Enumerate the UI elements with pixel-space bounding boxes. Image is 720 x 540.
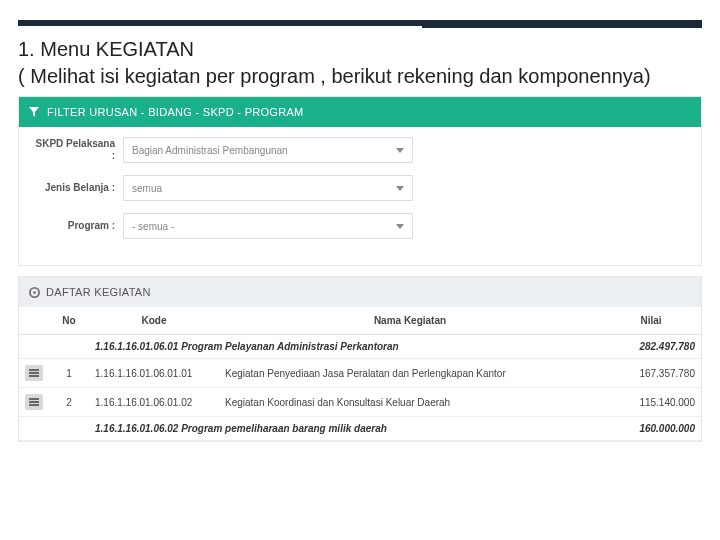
group-title: 1.16.1.16.01.06.01 Program Pelayanan Adm…	[89, 335, 601, 359]
list-bar-title: DAFTAR KEGIATAN	[46, 286, 151, 298]
cell-nilai: 167.357.780	[601, 359, 701, 388]
program-select[interactable]: - semua -	[123, 213, 413, 239]
skpd-value: Bagian Administrasi Pembangunan	[132, 145, 288, 156]
kegiatan-table: No Kode Nama Kegiatan Nilai 1.16.1.16.01…	[19, 307, 701, 441]
col-kode: Kode	[89, 307, 219, 335]
group-value: 160.000.000	[601, 417, 701, 441]
table-row: 11.16.1.16.01.06.01.01Kegiatan Penyediaa…	[19, 359, 701, 388]
group-value: 282.497.780	[601, 335, 701, 359]
cell-nama: Kegiatan Penyediaan Jasa Peralatan dan P…	[219, 359, 601, 388]
program-value: - semua -	[132, 221, 174, 232]
group-title: 1.16.1.16.01.06.02 Program pemeliharaan …	[89, 417, 601, 441]
filter-form: SKPD Pelaksana : Bagian Administrasi Pem…	[19, 127, 701, 265]
jenis-select[interactable]: semua	[123, 175, 413, 201]
program-label: Program :	[33, 220, 123, 232]
col-no: No	[49, 307, 89, 335]
row-expand-icon[interactable]	[25, 365, 43, 381]
table-row: 21.16.1.16.01.06.01.02Kegiatan Koordinas…	[19, 388, 701, 417]
page-heading: 1. Menu KEGIATAN ( Melihat isi kegiatan …	[18, 36, 702, 90]
cell-kode: 1.16.1.16.01.06.01.01	[89, 359, 219, 388]
skpd-label: SKPD Pelaksana :	[33, 138, 123, 162]
filter-bar: FILTER URUSAN - BIDANG - SKPD - PROGRAM	[19, 97, 701, 127]
cell-nilai: 115.140.000	[601, 388, 701, 417]
jenis-value: semua	[132, 183, 162, 194]
list-panel: DAFTAR KEGIATAN No Kode Nama Kegiatan Ni…	[18, 276, 702, 442]
top-border	[18, 20, 702, 26]
table-header-row: No Kode Nama Kegiatan Nilai	[19, 307, 701, 335]
svg-point-1	[33, 291, 36, 294]
heading-line-1: 1. Menu KEGIATAN	[18, 36, 702, 63]
list-bar: DAFTAR KEGIATAN	[19, 277, 701, 307]
chevron-down-icon	[396, 148, 404, 153]
filter-panel: FILTER URUSAN - BIDANG - SKPD - PROGRAM …	[18, 96, 702, 266]
col-nilai: Nilai	[601, 307, 701, 335]
table-group-row: 1.16.1.16.01.06.01 Program Pelayanan Adm…	[19, 335, 701, 359]
cell-no: 2	[49, 388, 89, 417]
row-expand-icon[interactable]	[25, 394, 43, 410]
filter-icon	[29, 107, 39, 117]
gear-icon	[29, 287, 40, 298]
skpd-select[interactable]: Bagian Administrasi Pembangunan	[123, 137, 413, 163]
chevron-down-icon	[396, 224, 404, 229]
chevron-down-icon	[396, 186, 404, 191]
cell-kode: 1.16.1.16.01.06.01.02	[89, 388, 219, 417]
col-nama: Nama Kegiatan	[219, 307, 601, 335]
filter-bar-title: FILTER URUSAN - BIDANG - SKPD - PROGRAM	[47, 106, 304, 118]
cell-no: 1	[49, 359, 89, 388]
jenis-label: Jenis Belanja :	[33, 182, 123, 194]
heading-line-2: ( Melihat isi kegiatan per program , ber…	[18, 63, 702, 90]
table-group-row: 1.16.1.16.01.06.02 Program pemeliharaan …	[19, 417, 701, 441]
cell-nama: Kegiatan Koordinasi dan Konsultasi Kelua…	[219, 388, 601, 417]
